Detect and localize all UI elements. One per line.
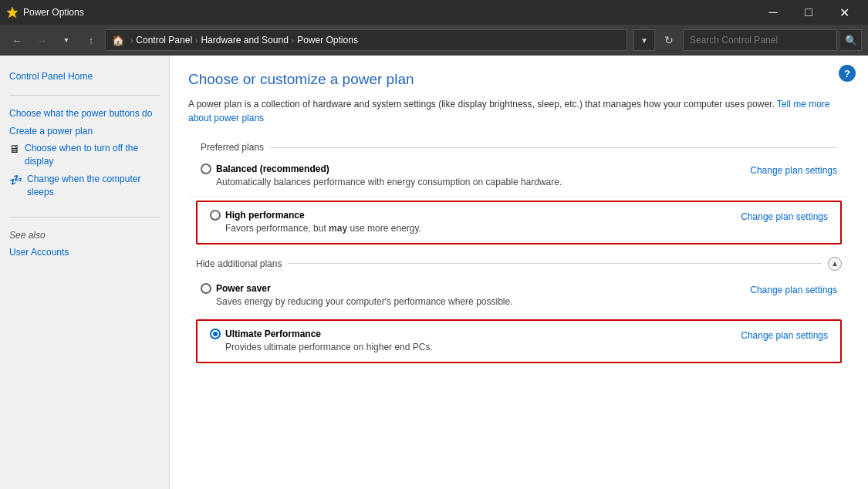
path-power-options[interactable]: Power Options: [297, 35, 358, 46]
sidebar-sleep-link[interactable]: 💤 Change when the computer sleeps: [0, 170, 169, 201]
power-saver-plan-name: Power saver: [216, 283, 271, 294]
description-text: A power plan is a collection of hardware…: [188, 97, 849, 125]
additional-plans-section: Hide additional plans ▲ Power saver Save…: [188, 252, 849, 364]
power-saver-radio-row: Power saver: [201, 283, 742, 294]
control-panel-home-link[interactable]: Control Panel Home: [0, 68, 169, 86]
high-performance-plan-desc: Favors performance, but may use more ene…: [210, 222, 733, 235]
ultimate-performance-radio-area: Ultimate Performance Provides ultimate p…: [210, 329, 733, 354]
search-button[interactable]: 🔍: [840, 29, 862, 51]
ultimate-performance-plan-item: Ultimate Performance Provides ultimate p…: [198, 321, 840, 362]
recent-locations-button[interactable]: ▼: [56, 29, 77, 51]
ultimate-performance-plan-name: Ultimate Performance: [225, 329, 321, 339]
address-path: 🏠 › Control Panel › Hardware and Sound ›…: [105, 29, 627, 51]
sidebar-bottom: See also User Accounts: [0, 217, 169, 261]
high-performance-radio-row: High performance: [210, 210, 733, 221]
balanced-plan-name: Balanced (recommended): [216, 164, 329, 174]
power-saver-plan-desc: Saves energy by reducing your computer's…: [201, 295, 742, 309]
up-button[interactable]: ↑: [80, 29, 102, 51]
see-also-label: See also: [0, 227, 169, 244]
sidebar-turn-off-display-text: Choose when to turn off the display: [25, 142, 160, 168]
forward-button[interactable]: →: [31, 29, 52, 51]
ultimate-performance-radio[interactable]: [210, 329, 221, 339]
content-area: ? Choose or customize a power plan A pow…: [170, 56, 868, 489]
high-performance-highlight-box: High performance Favors performance, but…: [196, 201, 842, 244]
path-control-panel[interactable]: Control Panel: [136, 35, 192, 46]
sleep-icon: 💤: [9, 174, 22, 186]
help-icon[interactable]: ?: [839, 65, 856, 82]
additional-plans-line: [288, 263, 822, 264]
window-controls: ─ □ ✕: [755, 0, 862, 25]
sidebar-divider-1: [9, 95, 160, 96]
high-performance-plan-item: High performance Favors performance, but…: [198, 202, 840, 243]
collapse-additional-button[interactable]: ▲: [828, 257, 842, 271]
description-body: A power plan is a collection of hardware…: [188, 99, 775, 110]
hide-additional-plans-label: Hide additional plans: [196, 258, 282, 269]
balanced-plan-desc: Automatically balances performance with …: [201, 176, 742, 189]
svg-marker-0: [7, 7, 18, 18]
sidebar: Control Panel Home Choose what the power…: [0, 56, 170, 489]
high-performance-radio[interactable]: [210, 210, 221, 221]
app-icon: [6, 6, 19, 19]
path-separator-1: ›: [130, 36, 133, 45]
path-dropdown[interactable]: ▼: [633, 29, 655, 51]
sidebar-divider-2: [9, 217, 160, 218]
power-saver-change-plan-link[interactable]: Change plan settings: [750, 283, 837, 295]
window-title: Power Options: [23, 7, 755, 18]
sidebar-create-plan-link[interactable]: Create a power plan: [0, 123, 169, 140]
balanced-plan-radio-area: Balanced (recommended) Automatically bal…: [201, 164, 742, 189]
power-saver-radio[interactable]: [201, 283, 211, 294]
address-bar: ← → ▼ ↑ 🏠 › Control Panel › Hardware and…: [0, 25, 868, 56]
power-saver-plan-item: Power saver Saves energy by reducing you…: [188, 275, 849, 317]
close-button[interactable]: ✕: [826, 0, 862, 25]
ultimate-performance-plan-desc: Provides ultimate performance on higher …: [210, 341, 733, 354]
power-saver-radio-area: Power saver Saves energy by reducing you…: [201, 283, 742, 309]
path-separator-2: ›: [195, 36, 198, 45]
sidebar-sleep-text: Change when the computer sleeps: [27, 173, 160, 199]
preferred-plans-section: Preferred plans Balanced (recommended) A…: [188, 137, 849, 244]
additional-plans-header: Hide additional plans ▲: [188, 252, 849, 275]
ultimate-performance-highlight-box: Ultimate Performance Provides ultimate p…: [196, 319, 842, 363]
minimize-button[interactable]: ─: [755, 0, 791, 25]
ultimate-performance-radio-row: Ultimate Performance: [210, 329, 733, 339]
sidebar-power-buttons-link[interactable]: Choose what the power buttons do: [0, 105, 169, 123]
refresh-button[interactable]: ↻: [658, 29, 680, 51]
ultimate-performance-change-plan-link[interactable]: Change plan settings: [741, 329, 828, 341]
balanced-plan-item: Balanced (recommended) Automatically bal…: [188, 156, 849, 197]
high-performance-plan-name: High performance: [225, 210, 305, 221]
main-window: Control Panel Home Choose what the power…: [0, 56, 868, 489]
balanced-change-plan-link[interactable]: Change plan settings: [750, 164, 837, 176]
sidebar-turn-off-display[interactable]: 🖥 Choose when to turn off the display: [0, 140, 169, 170]
preferred-label-line: [270, 147, 837, 148]
high-performance-change-plan-link[interactable]: Change plan settings: [741, 210, 828, 222]
path-separator-3: ›: [292, 36, 294, 45]
path-hardware-sound[interactable]: Hardware and Sound: [201, 35, 288, 46]
high-performance-radio-area: High performance Favors performance, but…: [210, 210, 733, 235]
display-icon: 🖥: [9, 143, 20, 155]
user-accounts-link[interactable]: User Accounts: [0, 244, 169, 261]
preferred-plans-label-text: Preferred plans: [201, 142, 264, 153]
balanced-radio[interactable]: [201, 164, 211, 174]
maximize-button[interactable]: □: [791, 0, 826, 25]
preferred-plans-label: Preferred plans: [188, 137, 849, 156]
title-bar: Power Options ─ □ ✕: [0, 0, 868, 25]
page-title: Choose or customize a power plan: [188, 71, 849, 88]
search-input[interactable]: [683, 29, 837, 51]
balanced-plan-radio-row: Balanced (recommended): [201, 164, 742, 174]
back-button[interactable]: ←: [6, 29, 28, 51]
